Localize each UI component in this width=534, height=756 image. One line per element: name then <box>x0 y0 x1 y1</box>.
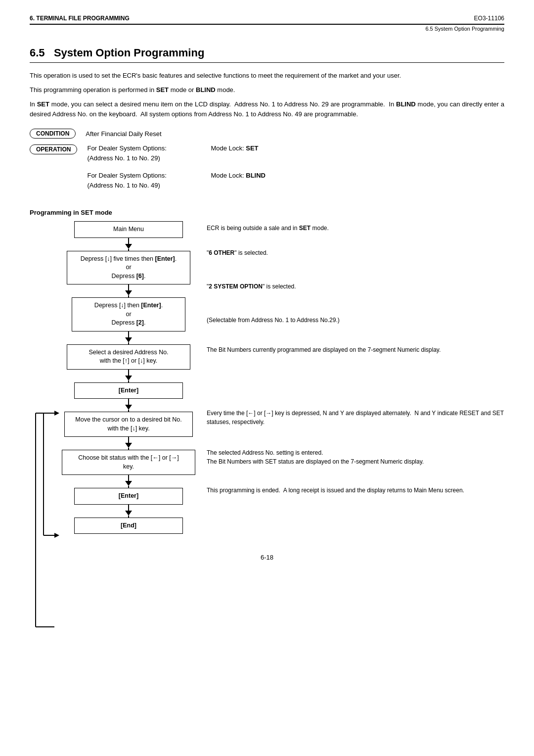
fc-box-end: [End] <box>74 518 183 534</box>
fc-line-7 <box>128 475 129 481</box>
programming-heading: Programming in SET mode <box>30 209 504 216</box>
page: 6. TERMINAL FILE PROGRAMMING EO3-11106 6… <box>0 0 534 756</box>
op-right-1: Mode Lock: SET <box>211 143 258 153</box>
section-heading: System Option Programming <box>54 47 204 59</box>
op-row-1: For Dealer System Options:(Address No. 1… <box>87 143 266 163</box>
note-2: "6 OTHER" is selected. <box>207 249 504 279</box>
body-para-2: This programming operation is performed … <box>30 85 504 95</box>
fc-box-enter2: [Enter] <box>74 488 183 505</box>
header-divider <box>30 24 504 25</box>
fc-line-1 <box>128 238 129 244</box>
page-number: 6-18 <box>30 554 504 561</box>
note-1: ECR is being outside a sale and in SET m… <box>207 224 504 243</box>
fc-box-step4: Select a desired Address No.with the [↑]… <box>67 344 190 370</box>
fc-box-step3: Depress [↓] then [Enter].orDepress [2]. <box>72 297 185 331</box>
flowchart-area: Main Menu Depress [↓] five times then [E… <box>30 221 504 534</box>
page-header: 6. TERMINAL FILE PROGRAMMING EO3-11106 <box>30 15 504 22</box>
note-5: The Bit Numbers currently programmed are… <box>207 346 504 376</box>
op-row-2: For Dealer System Options:(Address No. 1… <box>87 171 266 190</box>
fc-arrow-2 <box>125 290 132 295</box>
fc-box-step7: Choose bit status with the [←] or [→]key… <box>62 450 195 475</box>
fc-arrow-1 <box>125 244 132 249</box>
condition-badge: CONDITION <box>30 129 76 139</box>
fc-arrow-3 <box>125 337 132 342</box>
fc-box-step2: Depress [↓] five times then [Enter].orDe… <box>67 251 190 285</box>
note-9: This programming is ended. A long receip… <box>207 486 504 510</box>
fc-arrow-4 <box>125 376 132 380</box>
op-left-1: For Dealer System Options:(Address No. 1… <box>87 143 211 163</box>
section-title: 6.5 System Option Programming <box>30 47 504 63</box>
fc-arrow-5 <box>125 405 132 410</box>
op-right-2: Mode Lock: BLIND <box>211 171 266 181</box>
section-number: 6.5 <box>30 47 45 59</box>
body-para-1: This operation is used to set the ECR's … <box>30 71 504 81</box>
body-para-3: In SET mode, you can select a desired me… <box>30 99 504 120</box>
fc-line-6 <box>128 437 129 443</box>
operation-section: OPERATION For Dealer System Options:(Add… <box>30 143 504 198</box>
fc-box-enter1: [Enter] <box>74 382 183 399</box>
fc-arrow-7 <box>125 481 132 486</box>
fc-line-3 <box>128 331 129 337</box>
note-4: (Selectable from Address No. 1 to Addres… <box>207 316 504 342</box>
condition-text: After Financial Daily Reset <box>86 130 161 138</box>
flowchart-boxes: Main Menu Depress [↓] five times then [E… <box>30 221 198 534</box>
note-3: "2 SYSTEM OPTION" is selected. <box>207 283 504 312</box>
fc-box-step6: Move the cursor on to a desired bit No.w… <box>64 412 193 437</box>
header-sub: 6.5 System Option Programming <box>30 26 504 32</box>
flowchart-diagram: Main Menu Depress [↓] five times then [E… <box>30 221 198 534</box>
header-right: EO3-11106 <box>474 15 504 22</box>
fc-box-main-menu: Main Menu <box>74 221 183 238</box>
condition-row: CONDITION After Financial Daily Reset <box>30 129 504 139</box>
fc-arrow-8 <box>125 511 132 516</box>
op-left-2: For Dealer System Options:(Address No. 1… <box>87 171 211 190</box>
header-left: 6. TERMINAL FILE PROGRAMMING <box>30 15 130 22</box>
note-6 <box>207 379 504 405</box>
note-7: Every time the [←] or [→] key is depress… <box>207 409 504 445</box>
fc-arrow-6 <box>125 443 132 448</box>
operation-content: For Dealer System Options:(Address No. 1… <box>87 143 266 198</box>
note-8: The selected Address No. setting is ente… <box>207 449 504 482</box>
flowchart-notes: ECR is being outside a sale and in SET m… <box>198 221 504 514</box>
fc-line-2 <box>128 284 129 290</box>
operation-badge: OPERATION <box>30 144 77 154</box>
fc-line-8 <box>128 505 129 511</box>
fc-line-4 <box>128 370 129 376</box>
fc-line-5 <box>128 399 129 405</box>
